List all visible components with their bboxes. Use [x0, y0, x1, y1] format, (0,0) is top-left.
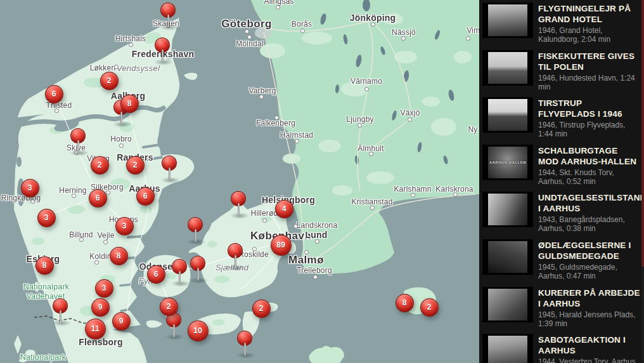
city-dot	[357, 123, 362, 128]
cluster-marker[interactable]: 3	[95, 279, 113, 298]
city-dot	[453, 192, 458, 197]
video-meta: 1945, Guldsmedegade, Aarhus, 0:47 min	[538, 263, 640, 280]
video-thumbnail	[482, 3, 533, 38]
cluster-marker[interactable]: 2	[252, 300, 271, 318]
cluster-marker[interactable]: 6	[45, 85, 63, 103]
cluster-marker[interactable]: 11	[85, 319, 106, 340]
video-list-item[interactable]: Kurerer på arbejde i Aarhus 1945, Harald…	[479, 284, 644, 332]
city-label: Hillerød	[251, 209, 278, 218]
city-dot	[114, 65, 119, 69]
city-dot	[371, 22, 375, 27]
video-meta: 1946, Hundested Havn, 1:24 min	[538, 74, 640, 91]
video-text: Ødelæggelserne i Guldsmedegade 1945, Gul…	[538, 239, 640, 284]
cluster-marker[interactable]: 3	[115, 217, 134, 235]
cluster-marker[interactable]: 8	[35, 256, 54, 275]
city-dot	[408, 117, 412, 122]
video-list-item[interactable]: Ødelæggelserne i Guldsmedegade 1945, Gul…	[479, 237, 644, 284]
cluster-marker[interactable]: 6	[89, 189, 107, 208]
city-dot	[129, 43, 133, 47]
map-pin-icon[interactable]	[188, 217, 203, 232]
video-meta: 1944, Skt. Knuds Torv, Aarhus, 0:52 min	[538, 168, 640, 186]
video-title: Flygtningelejr på Grand Hotel	[538, 3, 640, 25]
video-list-item[interactable]: Sabotageaktion i Aarhus 1944, Vesterbro …	[479, 331, 644, 363]
cluster-marker[interactable]: 8	[110, 247, 128, 265]
cluster-marker[interactable]: 2	[420, 298, 439, 317]
map-pin-icon[interactable]	[70, 128, 86, 143]
thumbnail-photo	[488, 289, 527, 320]
city-dot	[245, 29, 249, 34]
cluster-marker[interactable]: 2	[91, 156, 109, 175]
video-thumbnail	[482, 97, 533, 133]
cluster-marker[interactable]: 6	[136, 187, 155, 206]
thumbnail-photo: AARHUS HALLEN	[488, 147, 527, 178]
city-dot	[401, 36, 406, 41]
cluster-marker[interactable]: 9	[91, 298, 110, 317]
cluster-marker[interactable]: 10	[188, 320, 209, 341]
city-label: Jönköping	[350, 13, 396, 23]
city-label: Värnamo	[351, 77, 382, 86]
map-pin-icon[interactable]	[53, 298, 68, 314]
city-label: Karlshamn	[394, 185, 431, 194]
city-dot	[262, 218, 267, 223]
city-label: Mölndal	[236, 39, 263, 48]
city-dot	[72, 194, 76, 198]
map-pin-icon[interactable]	[155, 37, 170, 53]
cluster-marker[interactable]: 6	[147, 265, 165, 284]
city-label: Hirtshals	[115, 34, 146, 43]
cluster-marker[interactable]: 4	[275, 200, 293, 218]
video-list-item[interactable]: Flygtningelejr på Grand Hotel 1946, Gran…	[479, 0, 644, 48]
video-list-item[interactable]: Tirstrup Flyveplads i 1946 1946, Tirstru…	[479, 95, 644, 142]
cluster-marker[interactable]: 2	[126, 156, 145, 175]
map-pin-icon[interactable]	[231, 191, 246, 206]
cluster-marker[interactable]: 3	[37, 209, 56, 227]
city-dot	[300, 29, 305, 33]
map-pin-icon[interactable]	[237, 331, 252, 346]
city-dot	[313, 275, 318, 279]
city-label: Falkenberg	[256, 119, 295, 128]
cluster-marker[interactable]: 8	[396, 294, 414, 312]
video-text: Sabotageaktion i Aarhus 1944, Vesterbro …	[538, 334, 640, 363]
video-thumbnail	[482, 50, 533, 86]
map-pin-icon[interactable]	[160, 3, 176, 18]
city-label: Vejle	[97, 231, 114, 240]
scrollbar-thumb[interactable]	[641, 0, 644, 267]
cluster-marker[interactable]: 3	[21, 179, 39, 197]
cluster-marker[interactable]: 89	[271, 235, 292, 256]
city-label: Borås	[292, 20, 312, 29]
video-list-item[interactable]: Fiskekuttere gives til Polen 1946, Hunde…	[479, 48, 644, 95]
cluster-marker[interactable]: 2	[160, 298, 178, 316]
map-pin-icon[interactable]	[190, 256, 205, 271]
city-dot	[79, 237, 84, 242]
city-dot	[274, 116, 279, 120]
city-dot	[30, 199, 35, 204]
video-list-sidebar: Flygtningelejr på Grand Hotel 1946, Gran…	[479, 0, 644, 363]
thumbnail-photo	[488, 194, 527, 225]
cluster-marker[interactable]: 9	[112, 312, 131, 331]
city-label: Flensborg	[79, 337, 122, 347]
city-dot	[247, 35, 252, 39]
cluster-marker[interactable]: 2	[100, 72, 119, 90]
city-dot	[466, 36, 470, 41]
video-meta: 1946, Grand Hotel, Kalundborg, 2:04 min	[538, 26, 640, 44]
city-label: Hobro	[110, 135, 132, 143]
city-dot	[369, 152, 373, 156]
app: SkagenHirtshalsFrederikshavnLøkkenVendsy…	[0, 0, 644, 363]
video-meta: 1946, Tirstrup Flyveplads, 1:44 min	[538, 121, 640, 138]
city-label: Ljungby	[346, 115, 373, 124]
video-text: Tirstrup Flyveplads i 1946 1946, Tirstru…	[538, 97, 640, 142]
map-canvas[interactable]: SkagenHirtshalsFrederikshavnLøkkenVendsy…	[0, 0, 479, 363]
map-pin-icon[interactable]	[228, 243, 243, 258]
video-thumbnail	[482, 239, 533, 275]
city-label: Kristianstad	[351, 197, 392, 206]
city-label: Halmstad	[280, 131, 313, 140]
city-label: Ny	[468, 125, 477, 134]
city-dot	[94, 260, 99, 265]
sidebar-scrollbar[interactable]	[641, 0, 644, 363]
map-pin-icon[interactable]	[162, 155, 177, 171]
map-pin-icon[interactable]	[172, 259, 187, 274]
video-text: Schalburgtage mod Aarhus-Hallen 1944, Sk…	[538, 145, 640, 190]
city-label: Vendsyssel	[117, 63, 160, 73]
cluster-marker[interactable]: 8	[120, 95, 139, 113]
video-list-item[interactable]: Undtagelsestilstand i Aarhus 1943, Baneg…	[479, 189, 644, 237]
video-list-item[interactable]: AARHUS HALLEN Schalburgtage mod Aarhus-H…	[479, 142, 644, 190]
